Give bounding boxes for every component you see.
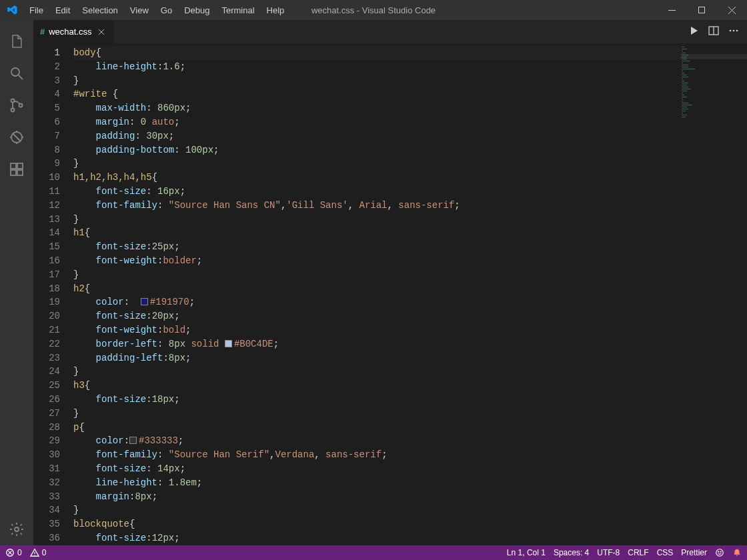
svg-point-16 (716, 549, 724, 557)
window-controls (657, 0, 747, 20)
explorer-icon[interactable] (0, 25, 33, 57)
menu-go[interactable]: Go (155, 3, 178, 18)
error-count: 0 (17, 548, 22, 557)
svg-point-3 (11, 109, 15, 112)
menu-edit[interactable]: Edit (49, 3, 76, 18)
tab-label: wechat.css (49, 27, 91, 37)
window-minimize-button[interactable] (657, 0, 687, 20)
menubar: File Edit Selection View Go Debug Termin… (23, 3, 290, 18)
warning-count: 0 (42, 548, 47, 557)
more-actions-icon[interactable] (728, 25, 739, 38)
close-tab-icon[interactable] (96, 27, 107, 37)
svg-point-14 (736, 30, 738, 32)
vscode-logo-icon (0, 4, 23, 16)
menu-selection[interactable]: Selection (76, 3, 123, 18)
problems-warnings[interactable]: 0 (30, 548, 47, 557)
svg-rect-9 (17, 163, 23, 169)
window-title: wechat.css - Visual Studio Code (311, 5, 436, 15)
svg-point-13 (733, 30, 735, 32)
formatter[interactable]: Prettier (681, 548, 707, 557)
svg-point-4 (19, 104, 23, 107)
window-maximize-button[interactable] (687, 0, 717, 20)
menu-help[interactable]: Help (261, 3, 291, 18)
run-icon[interactable] (688, 25, 699, 38)
code-content[interactable]: body{ line-height:1.6;}#write { max-widt… (73, 43, 680, 545)
encoding[interactable]: UTF-8 (597, 548, 620, 557)
settings-gear-icon[interactable] (0, 513, 33, 545)
menu-debug[interactable]: Debug (178, 3, 215, 18)
source-control-icon[interactable] (0, 89, 33, 121)
notifications-bell-icon[interactable] (732, 548, 742, 557)
editor-group: # wechat.css 123456789101112131 (33, 20, 747, 545)
feedback-smiley-icon[interactable] (715, 548, 724, 557)
editor-area[interactable]: 1234567891011121314151617181920212223242… (33, 43, 747, 545)
titlebar: File Edit Selection View Go Debug Termin… (0, 0, 747, 20)
debug-icon[interactable] (0, 121, 33, 153)
menu-terminal[interactable]: Terminal (215, 3, 260, 18)
split-editor-icon[interactable] (708, 25, 719, 38)
menu-file[interactable]: File (23, 3, 49, 18)
line-number-gutter: 1234567891011121314151617181920212223242… (33, 43, 73, 545)
cursor-position[interactable]: Ln 1, Col 1 (507, 548, 546, 557)
activity-bar (0, 20, 33, 545)
tab-bar: # wechat.css (33, 20, 747, 43)
svg-point-17 (718, 551, 719, 552)
language-mode[interactable]: CSS (657, 548, 674, 557)
extensions-icon[interactable] (0, 153, 33, 185)
minimap[interactable]: ▬▬▬▬▬▬▬▬▬▬▬▬▬▬▬▬▬▬▬▬▬▬▬▬▬▬▬▬▬▬▬▬▬▬▬▬▬▬▬▬… (680, 43, 747, 545)
svg-rect-8 (17, 170, 23, 175)
eol[interactable]: CRLF (628, 548, 648, 557)
indentation[interactable]: Spaces: 4 (554, 548, 589, 557)
window-close-button[interactable] (717, 0, 747, 20)
menu-view[interactable]: View (124, 3, 155, 18)
svg-rect-7 (11, 170, 16, 175)
css-file-icon: # (40, 27, 45, 37)
tab-wechat-css[interactable]: # wechat.css (33, 20, 114, 43)
svg-point-10 (15, 527, 19, 531)
status-bar: 0 0 Ln 1, Col 1 Spaces: 4 UTF-8 CRLF CSS… (0, 545, 747, 560)
svg-point-1 (11, 68, 19, 76)
minimap-viewport[interactable] (680, 54, 747, 59)
svg-rect-6 (11, 163, 16, 169)
problems-errors[interactable]: 0 (5, 548, 22, 557)
svg-rect-0 (699, 7, 705, 13)
svg-point-18 (720, 551, 721, 552)
svg-point-12 (730, 30, 732, 32)
svg-point-2 (11, 99, 15, 103)
search-icon[interactable] (0, 57, 33, 89)
